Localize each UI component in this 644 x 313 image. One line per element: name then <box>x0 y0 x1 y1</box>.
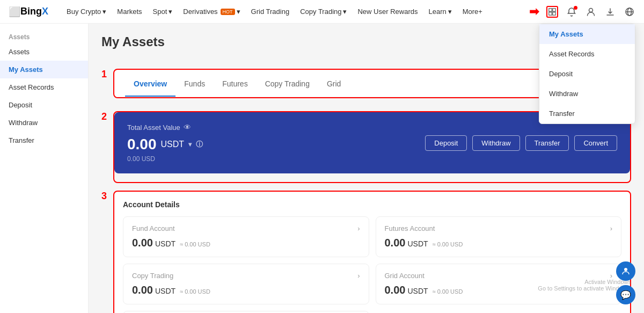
user-icon[interactable] <box>585 6 597 18</box>
sidebar-item-asset-records[interactable]: Asset Records <box>0 78 88 96</box>
globe-icon[interactable] <box>624 6 635 18</box>
layout-icon[interactable] <box>546 6 558 18</box>
asset-value-left: Total Asset Value 👁 0.00 USDT ▾ ⓘ 0.00 U… <box>127 123 203 163</box>
tab-copy-trading[interactable]: Copy Trading <box>257 72 318 97</box>
futures-account-header: Futures Account › <box>385 224 613 232</box>
svg-rect-0 <box>549 8 552 11</box>
nav-buy-crypto[interactable]: Buy Crypto ▾ <box>61 8 112 16</box>
svg-rect-1 <box>553 8 555 11</box>
tab-overview[interactable]: Overview <box>125 72 175 97</box>
grid-account-arrow[interactable]: › <box>610 272 612 280</box>
info-icon[interactable]: ⓘ <box>196 140 203 149</box>
sidebar-item-withdraw[interactable]: Withdraw <box>0 114 88 132</box>
top-navigation: ⬜ BingX Buy Crypto ▾ Markets Spot ▾ Deri… <box>0 0 644 24</box>
withdraw-button[interactable]: Withdraw <box>472 135 519 151</box>
asset-usd-value: 0.00 USD <box>127 155 203 163</box>
nav-copy-trading[interactable]: Copy Trading ▾ <box>295 8 352 16</box>
svg-point-4 <box>589 8 593 12</box>
nav-grid-trading[interactable]: Grid Trading <box>246 8 295 16</box>
dropdown-item-asset-records[interactable]: Asset Records <box>539 44 635 64</box>
nav-markets[interactable]: Markets <box>112 8 147 16</box>
annotation-arrow-right: ➡ <box>529 5 539 19</box>
hot-badge: HOT <box>221 9 235 15</box>
amount-dropdown-icon[interactable]: ▾ <box>188 141 192 148</box>
grid-account-header: Grid Account › <box>385 272 613 280</box>
copy-trading-account-arrow[interactable]: › <box>357 272 360 280</box>
sidebar-item-deposit[interactable]: Deposit <box>0 96 88 114</box>
topnav-right: ➡ <box>529 5 635 19</box>
dropdown-item-transfer[interactable]: Transfer <box>539 104 635 123</box>
step-3-label: 3 <box>101 191 110 202</box>
futures-account-usd: ≈ 0.00 USD <box>433 241 463 248</box>
fund-account-header: Fund Account › <box>132 224 360 232</box>
convert-button[interactable]: Convert <box>574 135 617 151</box>
nav-more[interactable]: More+ <box>457 8 488 16</box>
tab-futures[interactable]: Futures <box>214 72 256 97</box>
fund-account-unit: USDT <box>155 239 175 248</box>
nav-derivatives[interactable]: Derivatives HOT ▾ <box>178 8 245 16</box>
sidebar-item-transfer[interactable]: Transfer <box>0 132 88 149</box>
sidebar: Assets Assets My Assets Asset Records De… <box>0 24 89 313</box>
step-2-label: 2 <box>101 111 110 122</box>
deposit-button[interactable]: Deposit <box>425 135 467 151</box>
futures-account-unit: USDT <box>407 239 428 248</box>
tab-grid[interactable]: Grid <box>318 72 349 97</box>
page-title: My Assets <box>101 34 165 49</box>
futures-account-amount-row: 0.00 USDT ≈ 0.00 USD <box>385 237 613 249</box>
asset-amount: 0.00 USDT ▾ ⓘ <box>127 136 203 153</box>
sidebar-section-label: Assets <box>0 29 88 43</box>
grid-account-amount: 0.00 <box>385 284 406 296</box>
fund-account-amount-row: 0.00 USDT ≈ 0.00 USD <box>132 237 360 249</box>
user-menu-dropdown: My Assets Asset Records Deposit Withdraw… <box>539 24 635 124</box>
copy-trading-account-box: Copy Trading › 0.00 USDT ≈ 0.00 USD <box>123 264 369 304</box>
fund-account-box: Fund Account › 0.00 USDT ≈ 0.00 USD <box>123 216 369 257</box>
fund-account-amount: 0.00 <box>132 237 153 249</box>
notification-icon[interactable] <box>566 6 577 18</box>
copy-trading-amount-row: 0.00 USDT ≈ 0.00 USD <box>132 284 360 296</box>
grid-account-usd: ≈ 0.00 USD <box>433 288 463 295</box>
eye-icon[interactable]: 👁 <box>184 123 191 132</box>
dropdown-item-deposit[interactable]: Deposit <box>539 64 635 84</box>
svg-rect-3 <box>553 12 555 14</box>
accounts-grid: Fund Account › 0.00 USDT ≈ 0.00 USD Futu… <box>123 216 621 313</box>
person-floating-icon[interactable] <box>616 261 635 281</box>
total-asset-label: Total Asset Value 👁 <box>127 123 203 132</box>
svg-rect-2 <box>549 12 552 14</box>
account-details-title: Account Details <box>123 200 621 209</box>
copy-trading-account-header: Copy Trading › <box>132 272 360 280</box>
copy-trading-amount: 0.00 <box>132 284 153 296</box>
nav-new-user-rewards[interactable]: New User Rewards <box>352 8 423 16</box>
tab-funds[interactable]: Funds <box>175 72 214 97</box>
step-1-label: 1 <box>101 69 110 80</box>
grid-account-amount-row: 0.00 USDT ≈ 0.00 USD <box>385 284 613 296</box>
nav-learn[interactable]: Learn ▾ <box>423 8 457 16</box>
transfer-button[interactable]: Transfer <box>525 135 569 151</box>
copy-trading-unit: USDT <box>155 287 175 295</box>
fund-account-arrow[interactable]: › <box>357 224 360 232</box>
futures-account-amount: 0.00 <box>385 237 406 249</box>
svg-point-8 <box>624 268 627 271</box>
grid-account-box: Grid Account › 0.00 USDT ≈ 0.00 USD <box>376 264 622 304</box>
dropdown-item-my-assets[interactable]: My Assets <box>539 24 635 44</box>
sidebar-item-my-assets[interactable]: My Assets <box>0 61 88 78</box>
copy-trading-usd: ≈ 0.00 USD <box>180 288 210 295</box>
download-icon[interactable] <box>604 6 616 18</box>
nav-spot[interactable]: Spot ▾ <box>148 8 178 16</box>
dropdown-item-withdraw[interactable]: Withdraw <box>539 84 635 104</box>
nft-shards-box: NFT Shards › Click to see <box>123 311 369 313</box>
grid-account-unit: USDT <box>407 287 428 295</box>
asset-actions: Deposit Withdraw Transfer Convert <box>425 135 617 151</box>
futures-account-arrow[interactable]: › <box>610 224 612 232</box>
sidebar-item-assets[interactable]: Assets <box>0 43 88 61</box>
futures-account-box: Futures Account › 0.00 USDT ≈ 0.00 USD <box>376 216 622 257</box>
chat-bubble[interactable]: 💬 <box>616 285 635 304</box>
brand-logo[interactable]: ⬜ BingX <box>9 6 48 18</box>
fund-account-usd: ≈ 0.00 USD <box>180 241 210 248</box>
